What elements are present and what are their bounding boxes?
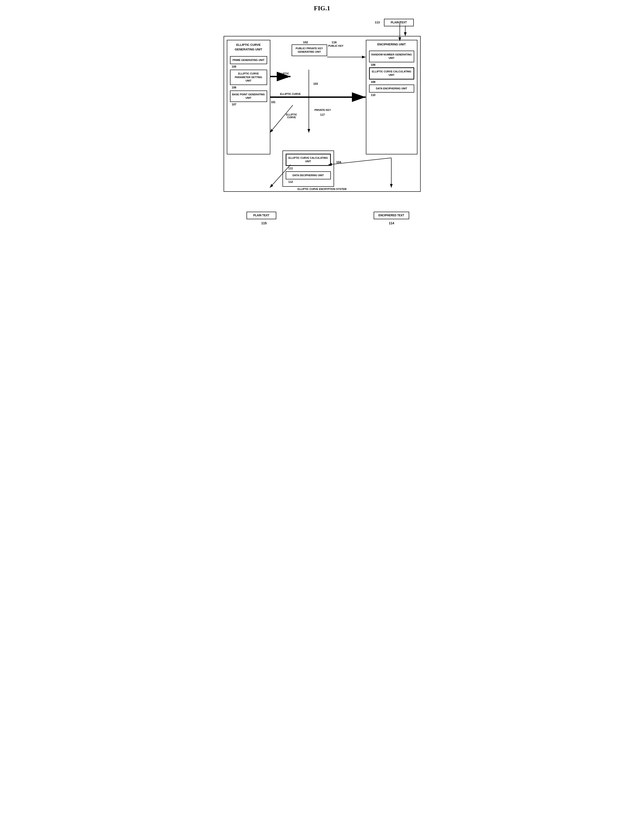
enciphered-text-box: ENCIPHERED TEXT — [374, 212, 409, 219]
ec-gen-title: ELLIPTIC CURVE GENERATING UNIT — [227, 40, 270, 54]
ec-generating-area: ELLIPTIC CURVE GENERATING UNIT PRIME GEN… — [227, 40, 270, 155]
ref-104: 104 — [336, 160, 341, 164]
ref-113: 113 — [375, 21, 380, 24]
base-point-box: BASE POINT GENERATING UNIT — [230, 90, 267, 102]
ec-calc-encipher-box: ELLIPTIC CURVE CALCULATING UNIT — [369, 67, 414, 80]
elliptic-curve-label2: ELLIPTIC CURVE — [273, 92, 308, 95]
page-title: FIG.1 — [224, 5, 421, 12]
ec-param-box: ELLIPTIC CURVE PARAMETER SETTING UNIT — [230, 70, 267, 85]
ref-111: 111 — [286, 167, 331, 170]
data-encipher-box: DATA ENCIPHERING UNIT — [369, 84, 414, 92]
ref-107: 107 — [227, 103, 270, 106]
main-outer-box: ELLIPTIC CURVE GENERATING UNIT PRIME GEN… — [224, 36, 421, 192]
ref-110: 110 — [366, 94, 417, 97]
ref-106: 106 — [227, 86, 270, 89]
plain-text-top-box: PLAIN TEXT — [384, 19, 414, 26]
ref-109: 109 — [366, 80, 417, 84]
ref-108: 108 — [366, 63, 417, 66]
elliptic-curve-label3: ELLIPTIC CURVE — [281, 113, 302, 119]
public-key-label: PUBLIC KEY — [328, 44, 343, 47]
ref-115: 115 — [261, 221, 267, 225]
elliptic-curve-label1: ELLIPTIC CURVE — [273, 72, 294, 79]
plain-text-bottom-box: PLAIN TEXT — [247, 212, 276, 219]
encipher-area: ENCIPHERING UNIT RANDOM NUMBER GENERATIN… — [366, 40, 417, 155]
ref-105: 105 — [227, 65, 270, 68]
decipher-outer-box: ELLIPTIC CURVE CALCULATING UNIT 111 DATA… — [282, 150, 334, 187]
ref-103: 103 — [313, 82, 318, 86]
diagram: 113 PLAIN TEXT ELLIPTIC CURVE GENERATING… — [224, 19, 421, 225]
pub-priv-key-box: PUBLIC/ PRIVATE KEY GENERATING UNIT — [291, 44, 327, 56]
prime-gen-box: PRIME GENERATING UNIT — [230, 56, 267, 64]
ref-102: 102 — [303, 41, 308, 44]
ref-117: 117 — [320, 113, 325, 117]
random-num-box: RANDOM NUMBER GENERATING UNIT — [369, 51, 414, 62]
data-decipher-box: DATA DECIPHERING UNIT — [286, 171, 331, 179]
encipher-title: ENCIPHERING UNIT — [366, 40, 417, 48]
ref-116: 116 — [332, 41, 337, 44]
ref-101: 101 — [271, 101, 276, 104]
system-label: ELLIPTIC CURVE ENCRYPTION SYSTEM — [297, 188, 347, 190]
ref-112: 112 — [286, 180, 331, 184]
svg-line-7 — [270, 105, 293, 133]
ec-calc-decipher-box: ELLIPTIC CURVE CALCULATING UNIT — [286, 154, 331, 166]
ref-114: 114 — [389, 221, 394, 225]
private-key-label: PRIVATE KEY — [314, 109, 331, 111]
